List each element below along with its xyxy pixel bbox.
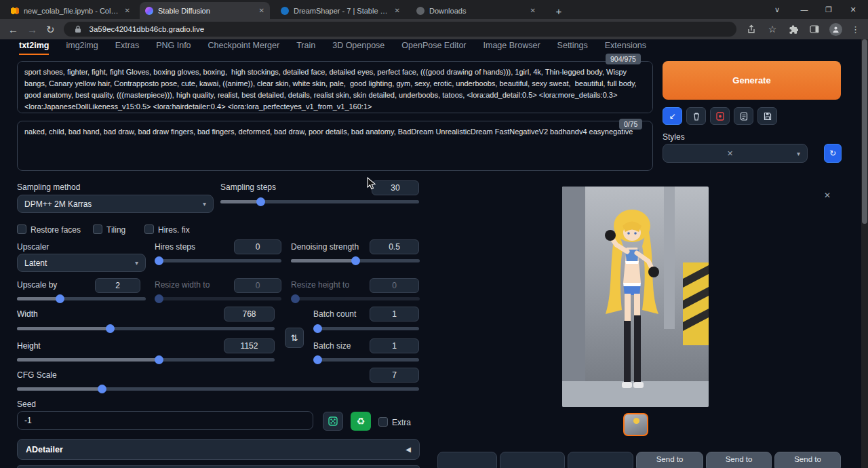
apply-styles-button[interactable] — [734, 107, 753, 125]
denoising-strength-slider[interactable] — [291, 256, 420, 265]
tiling-checkbox[interactable] — [93, 225, 102, 234]
profile-avatar[interactable] — [829, 23, 842, 36]
downloads-favicon — [416, 7, 425, 15]
browser-tab-downloads[interactable]: Downloads ✕ — [411, 2, 541, 19]
slider-handle[interactable] — [155, 355, 163, 364]
clear-styles-icon[interactable]: ✕ — [727, 149, 733, 158]
upscale-by-slider[interactable] — [17, 294, 146, 303]
address-bar[interactable]: 3a59ec42041dbb46cb.gradio.live — [64, 22, 736, 37]
tab-checkpoint-merger[interactable]: Checkpoint Merger — [208, 41, 280, 55]
tab-title: Stable Diffusion — [158, 7, 254, 15]
batch-size-value[interactable]: 1 — [370, 338, 419, 353]
tab-extras[interactable]: Extras — [115, 41, 139, 55]
restore-faces-label: Restore faces — [31, 225, 81, 235]
gallery-thumbnail-selected[interactable] — [623, 413, 648, 436]
colab-favicon — [11, 7, 19, 15]
share-icon[interactable] — [745, 23, 757, 35]
cfg-scale-value[interactable]: 7 — [370, 368, 419, 383]
tab-txt2img[interactable]: txt2img — [19, 41, 49, 55]
hires-fix-checkbox[interactable] — [144, 225, 154, 234]
window-close-button[interactable]: ✕ — [841, 0, 865, 19]
slider-handle[interactable] — [313, 324, 322, 333]
tab-image-browser[interactable]: Image Browser — [484, 41, 540, 55]
save-style-button[interactable] — [757, 107, 777, 125]
prompt-token-counter: 904/975 — [606, 54, 641, 64]
tab-openpose-editor[interactable]: OpenPose Editor — [401, 41, 466, 55]
paste-generation-params-button[interactable]: ↙ — [663, 107, 682, 125]
reload-icon[interactable]: ↻ — [46, 24, 55, 35]
batch-size-slider[interactable] — [313, 355, 419, 364]
extra-networks-button[interactable] — [710, 107, 730, 125]
close-image-button[interactable]: ✕ — [822, 190, 833, 201]
styles-dropdown[interactable]: ✕ ▾ — [663, 144, 808, 163]
tab-close-icon[interactable]: ✕ — [530, 7, 536, 14]
restore-faces-checkbox[interactable] — [17, 225, 26, 234]
upscaler-value: Latent — [24, 258, 47, 268]
zip-image-button[interactable] — [568, 452, 633, 468]
extra-seed-checkbox[interactable] — [378, 417, 388, 427]
batch-count-value[interactable]: 1 — [370, 307, 419, 321]
tab-png-info[interactable]: PNG Info — [156, 41, 191, 55]
upscaler-dropdown[interactable]: Latent ▾ — [17, 254, 146, 272]
maximize-button[interactable]: ❐ — [816, 0, 841, 19]
slider-handle[interactable] — [56, 294, 64, 303]
tab-search-chevron-icon[interactable]: ∨ — [765, 0, 789, 19]
tab-3d-openpose[interactable]: 3D Openpose — [332, 41, 384, 55]
tab-extensions[interactable]: Extensions — [605, 41, 646, 55]
adetailer-accordion[interactable]: ADetailer ◀ — [17, 439, 420, 460]
tab-img2img[interactable]: img2img — [66, 41, 98, 55]
send-to-img2img-button[interactable]: Send to — [636, 452, 703, 468]
random-seed-button[interactable] — [323, 412, 343, 431]
cfg-scale-slider[interactable] — [17, 385, 419, 393]
prompt-input[interactable]: sport shoes, fighter, fight, fight Glove… — [17, 61, 653, 113]
minimize-button[interactable]: — — [792, 0, 816, 19]
batch-count-slider[interactable] — [313, 324, 419, 333]
save-image-button[interactable] — [500, 452, 565, 468]
tab-close-icon[interactable]: ✕ — [395, 7, 400, 14]
slider-handle[interactable] — [351, 256, 360, 265]
sampling-steps-value[interactable]: 30 — [372, 180, 419, 195]
bookmark-star-icon[interactable]: ☆ — [766, 23, 778, 35]
browser-tab-colab[interactable]: new_colab_file.ipynb - Colaborat ✕ — [5, 2, 136, 19]
scrollbar-thumb[interactable] — [862, 39, 867, 224]
browser-tab-dreamshaper[interactable]: DreamShaper - 7 | Stable Diffusi ✕ — [275, 2, 406, 19]
slider-handle[interactable] — [155, 256, 163, 265]
width-slider[interactable] — [17, 324, 275, 333]
back-icon[interactable]: ← — [8, 24, 18, 35]
swap-width-height-button[interactable]: ⇅ — [285, 328, 304, 348]
refresh-styles-button[interactable]: ↻ — [824, 144, 842, 163]
send-to-extras-button[interactable]: Send to — [774, 452, 841, 468]
clear-prompt-button[interactable] — [686, 107, 706, 125]
upscale-by-value[interactable]: 2 — [95, 278, 140, 293]
generate-button[interactable]: Generate — [663, 61, 841, 100]
width-value[interactable]: 768 — [224, 307, 275, 321]
browser-tab-stable-diffusion[interactable]: Stable Diffusion ✕ — [140, 2, 270, 19]
slider-handle[interactable] — [313, 355, 322, 364]
negative-prompt-input[interactable]: naked, child, bad hand, bad draw, bad dr… — [17, 121, 653, 171]
denoising-strength-value[interactable]: 0.5 — [370, 239, 419, 254]
send-to-inpaint-button[interactable]: Send to — [706, 452, 772, 468]
slider-handle[interactable] — [98, 385, 106, 393]
tab-train[interactable]: Train — [296, 41, 315, 55]
forward-icon[interactable]: → — [27, 24, 37, 35]
reuse-seed-button[interactable]: ♻ — [351, 412, 371, 431]
sampling-method-dropdown[interactable]: DPM++ 2M Karras ▾ — [17, 195, 214, 213]
tab-close-icon[interactable]: ✕ — [259, 7, 264, 14]
sampling-steps-slider[interactable] — [220, 197, 419, 206]
tab-close-icon[interactable]: ✕ — [125, 7, 130, 14]
open-folder-button[interactable] — [437, 452, 497, 468]
slider-handle[interactable] — [106, 324, 115, 333]
tab-settings[interactable]: Settings — [557, 41, 588, 55]
hires-steps-label: Hires steps — [155, 242, 195, 252]
hires-steps-slider[interactable] — [155, 256, 281, 265]
browser-menu-icon[interactable]: ⋮ — [851, 24, 860, 35]
seed-input[interactable]: -1 — [17, 411, 313, 430]
extensions-puzzle-icon[interactable] — [787, 23, 800, 35]
generated-image-preview[interactable] — [562, 187, 709, 407]
height-value[interactable]: 1152 — [224, 338, 275, 353]
side-panel-icon[interactable] — [808, 23, 821, 35]
height-slider[interactable] — [17, 355, 275, 364]
slider-handle[interactable] — [256, 197, 265, 206]
hires-steps-value[interactable]: 0 — [234, 239, 281, 254]
new-tab-button[interactable]: + — [551, 3, 567, 19]
